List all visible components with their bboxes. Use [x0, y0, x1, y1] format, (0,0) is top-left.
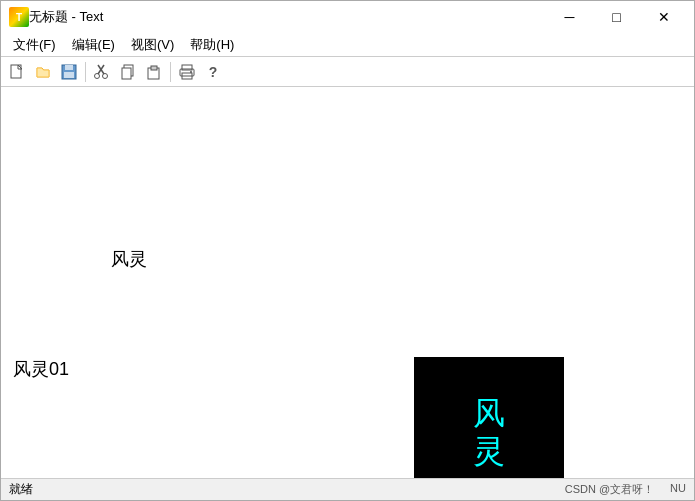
new-icon [9, 64, 25, 80]
print-icon [179, 64, 195, 80]
svg-rect-4 [64, 72, 74, 78]
svg-point-7 [95, 73, 100, 78]
menu-file[interactable]: 文件(F) [5, 34, 64, 56]
app-icon: T [9, 7, 29, 27]
cut-button[interactable] [90, 60, 114, 84]
status-bar: 就绪 CSDN @文君呀！ NU [1, 478, 694, 500]
canvas-chinese-text: 风灵 [465, 394, 513, 471]
open-icon [35, 64, 51, 80]
maximize-button[interactable]: □ [594, 2, 639, 32]
status-text-csdn: CSDN @文君呀！ [565, 482, 654, 497]
paste-button[interactable] [142, 60, 166, 84]
menu-help[interactable]: 帮助(H) [182, 34, 242, 56]
status-text-left: 就绪 [9, 481, 565, 498]
copy-icon [120, 64, 136, 80]
title-bar: T 无标题 - Text ─ □ ✕ [1, 1, 694, 33]
toolbar: ? [1, 57, 694, 87]
menu-edit[interactable]: 编辑(E) [64, 34, 123, 56]
print-button[interactable] [175, 60, 199, 84]
toolbar-separator-1 [85, 62, 86, 82]
status-right: CSDN @文君呀！ NU [565, 482, 686, 497]
save-icon [61, 64, 77, 80]
svg-point-8 [103, 73, 108, 78]
new-button[interactable] [5, 60, 29, 84]
menu-bar: 文件(F) 编辑(E) 视图(V) 帮助(H) [1, 33, 694, 57]
canvas-image: 风灵 [414, 357, 564, 478]
svg-point-16 [190, 71, 192, 73]
cut-icon [94, 64, 110, 80]
save-button[interactable] [57, 60, 81, 84]
svg-rect-12 [151, 66, 157, 70]
copy-button[interactable] [116, 60, 140, 84]
open-button[interactable] [31, 60, 55, 84]
svg-rect-10 [122, 68, 131, 79]
menu-view[interactable]: 视图(V) [123, 34, 182, 56]
toolbar-separator-2 [170, 62, 171, 82]
svg-rect-3 [65, 65, 73, 70]
status-text-nu: NU [670, 482, 686, 497]
content-text-1: 风灵 [111, 247, 147, 271]
content-area: 风灵 风灵01 风灵 [1, 87, 694, 478]
help-button[interactable]: ? [201, 60, 225, 84]
content-text-2: 风灵01 [13, 357, 69, 381]
minimize-button[interactable]: ─ [547, 2, 592, 32]
paste-icon [146, 64, 162, 80]
main-window: T 无标题 - Text ─ □ ✕ 文件(F) 编辑(E) 视图(V) 帮助(… [0, 0, 695, 501]
close-button[interactable]: ✕ [641, 2, 686, 32]
title-bar-text: 无标题 - Text [29, 8, 547, 26]
title-bar-controls: ─ □ ✕ [547, 2, 686, 32]
